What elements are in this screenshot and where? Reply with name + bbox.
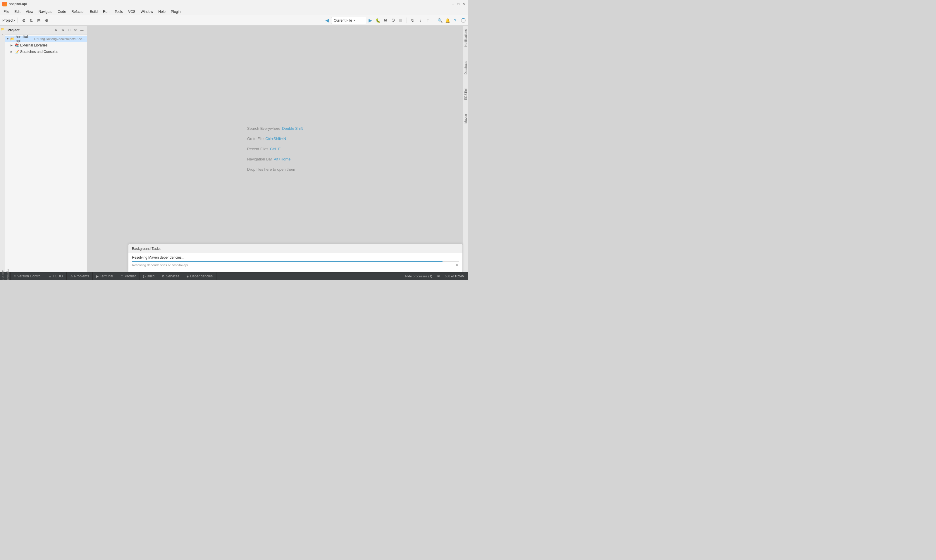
hint-search-action: Search Everywhere xyxy=(247,126,280,131)
toolbar-separator-3 xyxy=(407,17,407,23)
activity-bar: 📁 ≡ xyxy=(0,26,5,272)
tree-label-scratches: Scratches and Consoles xyxy=(20,50,58,54)
activity-structure-icon[interactable]: ≡ xyxy=(0,32,5,37)
tree-label-root: hospital-api xyxy=(16,35,32,43)
tab-todo-label: TODO xyxy=(52,274,63,278)
hint-search-shortcut: Double Shift xyxy=(282,126,303,131)
coverage-button[interactable]: ⛨ xyxy=(382,17,389,24)
minimize-button[interactable]: ─ xyxy=(451,2,455,6)
tab-terminal[interactable]: ▶ Terminal xyxy=(93,272,117,280)
bookmarks-label[interactable]: Bookmarks xyxy=(6,269,9,280)
search-icon[interactable]: 🔍 xyxy=(436,17,443,24)
maximize-button[interactable]: □ xyxy=(456,2,460,6)
tree-label-external-libs: External Libraries xyxy=(20,43,47,47)
task-cancel-button[interactable]: ✕ xyxy=(455,263,459,267)
tab-todo[interactable]: ☰ TODO xyxy=(45,272,66,280)
gear2-icon[interactable]: ⚙ xyxy=(43,17,50,24)
settings-icon[interactable]: ⚙ xyxy=(20,17,27,24)
menu-item-plugin[interactable]: Plugin xyxy=(168,9,183,14)
hint-goto-action: Go to File xyxy=(247,137,264,141)
menu-item-view[interactable]: View xyxy=(23,9,36,14)
refresh-icon[interactable]: ↻ xyxy=(409,17,416,24)
menu-item-navigate[interactable]: Navigate xyxy=(36,9,55,14)
hint-search: Search Everywhere Double Shift xyxy=(247,126,303,131)
tree-item-scratches[interactable]: ▶ 📝 Scratches and Consoles xyxy=(5,49,87,55)
menu-item-edit[interactable]: Edit xyxy=(12,9,23,14)
activity-project-icon[interactable]: 📁 xyxy=(0,27,5,32)
run-button[interactable]: ▶ xyxy=(367,17,374,24)
menu-item-code[interactable]: Code xyxy=(55,9,68,14)
menu-item-build[interactable]: Build xyxy=(88,9,100,14)
bg-tasks-title: Background Tasks xyxy=(132,247,454,251)
stop-button[interactable]: ⏹ xyxy=(397,17,404,24)
back-icon[interactable]: ◀ xyxy=(324,17,330,24)
panel-settings-icon[interactable]: ⚙ xyxy=(54,28,59,33)
bg-tasks-minimize-button[interactable]: ─ xyxy=(454,246,459,251)
background-tasks-panel: Background Tasks ─ Resolving Maven depen… xyxy=(128,244,463,272)
eye-icon[interactable]: 👁 xyxy=(436,274,441,278)
memory-indicator[interactable]: 568 of 1024M xyxy=(444,274,466,278)
right-sidebar-maven[interactable]: Maven xyxy=(464,113,467,125)
menu-item-help[interactable]: Help xyxy=(156,9,168,14)
editor-area: Search Everywhere Double Shift Go to Fil… xyxy=(87,26,463,272)
run-controls: ◀ Current File ▾ ▶ 🐛 ⛨ ⏱ ⏹ xyxy=(324,17,404,24)
version-control-icon: ⑂ xyxy=(14,274,16,278)
menu-item-tools[interactable]: Tools xyxy=(112,9,125,14)
editor-hints-container: Search Everywhere Double Shift Go to Fil… xyxy=(247,126,303,172)
tab-build-label: Build xyxy=(147,274,155,278)
panel-filter-icon[interactable]: ⊟ xyxy=(66,28,72,33)
menu-item-vcs[interactable]: VCS xyxy=(126,9,138,14)
project-dropdown-arrow[interactable]: ▾ xyxy=(14,19,15,22)
project-panel-title: Project xyxy=(8,28,52,32)
project-combo[interactable]: Project ▾ xyxy=(2,18,15,23)
title-bar: hospital-api ─ □ ✕ xyxy=(0,0,468,8)
notifications-icon[interactable]: 🔔 xyxy=(444,17,451,24)
tab-profiler-label: Profiler xyxy=(125,274,136,278)
tab-dependencies[interactable]: ◈ Dependencies xyxy=(183,272,216,280)
run-config-dropdown[interactable]: Current File ▾ xyxy=(331,17,366,24)
right-sidebar-database[interactable]: Database xyxy=(464,60,467,76)
right-sidebar-notifications[interactable]: Notifications xyxy=(464,28,467,48)
search-section: 🔍 🔔 ? xyxy=(436,17,459,24)
scratches-icon: 📝 xyxy=(15,50,19,54)
dependencies-icon: ◈ xyxy=(187,274,189,278)
right-sidebar: Notifications Database RESTicl Maven xyxy=(463,26,468,272)
tree-item-external-libs[interactable]: ▶ 📚 External Libraries xyxy=(5,42,87,49)
tab-build[interactable]: ▷ Build xyxy=(140,272,159,280)
translate-icon[interactable]: T xyxy=(424,17,432,24)
tab-version-control[interactable]: ⑂ Version Control xyxy=(11,272,45,280)
toolbar-icons-1: ⚙ ⇅ ⊟ ⚙ — xyxy=(20,17,58,24)
toolbar-separator-2 xyxy=(60,17,60,23)
panel-sort-icon[interactable]: ⇅ xyxy=(60,28,65,33)
bookmarks-sidebar: Bookmarks xyxy=(5,272,11,280)
panel-gear-icon[interactable]: ⚙ xyxy=(73,28,78,33)
update-icon[interactable]: ↓ xyxy=(417,17,424,24)
tab-profiler[interactable]: ⏱ Profiler xyxy=(117,272,140,280)
tab-services[interactable]: ⚙ Services xyxy=(158,272,183,280)
tree-item-root[interactable]: ▼ 📂 hospital-api D:\DingJiaxiong\IdeaPro… xyxy=(5,35,87,42)
tree-arrow-libs: ▶ xyxy=(11,44,14,47)
menu-item-window[interactable]: Window xyxy=(138,9,156,14)
profile-button[interactable]: ⏱ xyxy=(390,17,396,24)
menu-item-file[interactable]: File xyxy=(1,9,11,14)
library-icon: 📚 xyxy=(15,43,19,47)
structure-label[interactable]: Structure xyxy=(1,270,4,280)
menu-item-run[interactable]: Run xyxy=(100,9,112,14)
run-config-label: Current File xyxy=(334,18,352,23)
sort-icon[interactable]: ⇅ xyxy=(28,17,35,24)
panel-collapse-icon[interactable]: — xyxy=(79,28,85,33)
build-icon: ▷ xyxy=(143,274,146,278)
project-label: Project xyxy=(2,18,13,23)
menu-item-refactor[interactable]: Refactor xyxy=(69,9,87,14)
run-config-arrow: ▾ xyxy=(354,19,355,22)
task-progress-fill xyxy=(132,261,443,262)
project-folder-icon: 📂 xyxy=(10,37,15,41)
tab-problems[interactable]: ⚠ Problems xyxy=(67,272,93,280)
filter-icon[interactable]: ⊟ xyxy=(35,17,42,24)
help-icon[interactable]: ? xyxy=(452,17,459,24)
close-button[interactable]: ✕ xyxy=(461,2,466,6)
hide-processes-button[interactable]: Hide processes (1) xyxy=(404,274,433,278)
right-sidebar-resticl[interactable]: RESTicl xyxy=(464,88,467,101)
collapse-icon[interactable]: — xyxy=(51,17,58,24)
debug-button[interactable]: 🐛 xyxy=(375,17,381,24)
